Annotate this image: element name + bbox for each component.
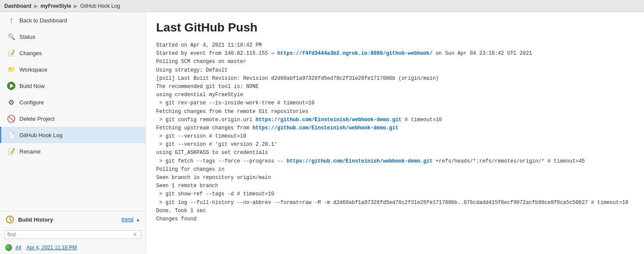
- log-link[interactable]: https://github.com/Einsteinish/webhook-d…: [252, 125, 398, 131]
- svg-line-4: [10, 220, 12, 221]
- sidebar-item-delete-project[interactable]: 🚫 Delete Project: [0, 110, 145, 127]
- sidebar-item-workspace[interactable]: 📁 Workspace: [0, 61, 145, 78]
- sidebar-item-changes[interactable]: 📝 Changes: [0, 45, 145, 61]
- build-search-box: ✕: [4, 230, 141, 239]
- breadcrumb: Dashboard ▶ myFreeStyle ▶ GitHub Hook Lo…: [0, 0, 644, 12]
- sidebar-label-changes: Changes: [19, 50, 42, 56]
- build-history-chevron-icon: ▲: [136, 217, 140, 222]
- sidebar-item-rename[interactable]: 📝 Rename: [0, 143, 145, 160]
- sidebar-item-build-now[interactable]: Build Now: [0, 78, 145, 94]
- changes-icon: 📝: [6, 48, 16, 58]
- sidebar-label-github-hook-log: GitHub Hook Log: [19, 132, 63, 138]
- gear-icon: ⚙: [6, 97, 16, 107]
- sidebar-item-github-hook-log[interactable]: 📄 GitHub Hook Log: [0, 127, 145, 143]
- delete-icon: 🚫: [6, 114, 16, 123]
- sidebar-item-configure[interactable]: ⚙ Configure: [0, 94, 145, 110]
- rename-icon: 📝: [6, 147, 16, 156]
- sidebar-label-build-now: Build Now: [19, 83, 45, 89]
- sidebar: ↑ Back to Dashboard 🔍 Status 📝 Changes 📁…: [0, 12, 146, 254]
- log-link[interactable]: https://github.com/Einsteinish/webhook-d…: [286, 158, 432, 164]
- build-search-clear-button[interactable]: ✕: [132, 232, 138, 238]
- log-link[interactable]: https://f4fd3444a3b2.ngrok.io:8080/githu…: [277, 50, 433, 56]
- build-date-link[interactable]: Apr 4, 2021 11:18 PM: [26, 245, 77, 251]
- breadcrumb-sep-2: ▶: [74, 3, 78, 9]
- main-layout: ↑ Back to Dashboard 🔍 Status 📝 Changes 📁…: [0, 12, 644, 254]
- doc-icon: 📄: [6, 130, 16, 140]
- breadcrumb-dashboard[interactable]: Dashboard: [4, 3, 31, 9]
- sidebar-label-rename: Rename: [19, 148, 41, 155]
- log-link[interactable]: https://github.com/Einsteinish/webhook-d…: [255, 117, 401, 123]
- breadcrumb-freestyle[interactable]: myFreeStyle: [41, 3, 71, 9]
- build-history-icon: [5, 215, 15, 224]
- sidebar-label-workspace: Workspace: [19, 66, 47, 73]
- sidebar-label-configure: Configure: [19, 99, 44, 106]
- build-history-section: Build History trend ▲: [0, 211, 145, 228]
- folder-icon: 📁: [6, 65, 16, 74]
- page-title: Last GitHub Push: [156, 21, 634, 34]
- build-history-trend-link[interactable]: trend: [122, 216, 133, 223]
- build-entry-4: #4 Apr 4, 2021 11:18 PM: [0, 241, 145, 254]
- sidebar-item-back-to-dashboard[interactable]: ↑ Back to Dashboard: [0, 12, 145, 28]
- breadcrumb-current: GitHub Hook Log: [80, 3, 120, 9]
- build-now-icon: [6, 81, 16, 91]
- sidebar-item-status[interactable]: 🔍 Status: [0, 28, 145, 45]
- search-icon: 🔍: [6, 32, 16, 41]
- back-arrow-icon: ↑: [6, 16, 16, 25]
- main-content: Last GitHub Push Started on Apr 4, 2021 …: [146, 12, 644, 254]
- log-content: Started on Apr 4, 2021 11:18:42 PM Start…: [156, 41, 634, 223]
- breadcrumb-sep-1: ▶: [34, 3, 38, 9]
- sidebar-label-delete: Delete Project: [19, 116, 55, 122]
- build-search-wrap: ✕: [0, 228, 145, 241]
- build-status-ball: [5, 244, 12, 251]
- build-number-link[interactable]: #4: [16, 245, 21, 251]
- build-search-input[interactable]: [7, 232, 132, 238]
- sidebar-label-back: Back to Dashboard: [19, 17, 67, 24]
- sidebar-label-status: Status: [19, 34, 35, 40]
- build-history-title: Build History: [18, 216, 122, 223]
